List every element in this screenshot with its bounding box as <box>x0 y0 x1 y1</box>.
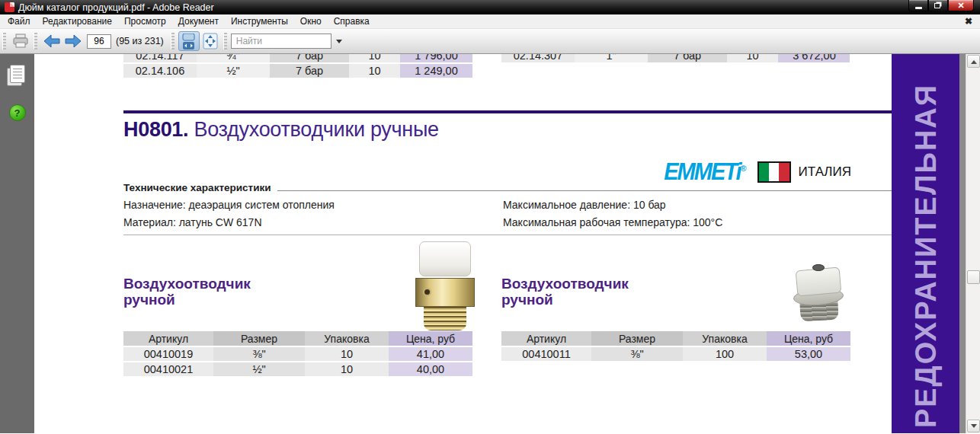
minimize-icon <box>915 7 922 9</box>
column-header: Артикул <box>501 331 591 346</box>
restore-button[interactable] <box>928 0 948 11</box>
product-image-air-vent-2 <box>789 264 848 322</box>
table-row: 02.14.3071"7 бар103 672,00 <box>501 54 850 63</box>
table-cell: 7 бар <box>270 63 349 78</box>
scrolling-mode-button[interactable] <box>178 31 200 51</box>
toolbar-grip <box>34 33 37 49</box>
table-row: 02.14.106½"7 бар101 249,00 <box>123 63 472 78</box>
table-cell: 00410019 <box>123 346 213 362</box>
table-cell: 10 <box>349 54 400 63</box>
arrow-down-icon <box>971 424 977 431</box>
close-icon: ✕ <box>957 2 964 10</box>
vertical-scrollbar[interactable] <box>966 54 980 433</box>
table-cell: 53,00 <box>767 346 850 362</box>
print-button[interactable] <box>10 31 31 51</box>
table-row: 00410021½"1040,00 <box>123 362 472 377</box>
menu-edit[interactable]: Редактирование <box>37 14 118 29</box>
column-header: Артикул <box>123 331 213 346</box>
specs-divider <box>123 235 892 235</box>
specs-heading: Технические характеристики <box>123 182 271 193</box>
table-cell: 10 <box>305 346 389 362</box>
product-price-table: АртикулРазмерУпаковкаЦена, руб00410011⅜"… <box>501 331 850 362</box>
scroll-down-button[interactable] <box>967 420 980 432</box>
help-icon[interactable]: ? <box>9 104 26 121</box>
window-controls: ✕ <box>908 0 974 11</box>
specs-rule <box>277 190 892 191</box>
window-title: Дюйм каталог продукций.pdf - Adobe Reade… <box>18 2 214 13</box>
table-cell: 10 <box>349 63 400 78</box>
product-title: Воздухоотводчик ручной <box>501 276 629 308</box>
price-table-partial-right: 02.14.3071"7 бар103 672,00 <box>501 54 850 66</box>
menu-view[interactable]: Просмотр <box>118 14 172 29</box>
pdf-file-icon <box>5 2 14 12</box>
table-row: 02.14.117¾"7 бар101 796,00 <box>123 54 472 63</box>
scrolling-page-icon <box>182 34 195 49</box>
scrollbar-thumb[interactable] <box>967 270 980 284</box>
menubar-close-icon[interactable]: ✖ <box>965 16 972 27</box>
pages-panel-icon[interactable] <box>10 65 25 83</box>
minimize-button[interactable] <box>908 0 928 11</box>
page-number-input[interactable] <box>87 34 111 49</box>
arrow-right-icon <box>65 34 82 48</box>
column-header: Цена, руб <box>389 331 472 346</box>
find-dropdown-icon[interactable] <box>336 40 342 46</box>
adobe-reader-window: Дюйм каталог продукций.pdf - Adobe Reade… <box>0 0 980 434</box>
table-cell: ¾" <box>197 54 270 63</box>
fit-page-icon <box>203 33 218 49</box>
italy-flag-icon <box>757 161 791 183</box>
table-row: 00410019⅜"1041,00 <box>123 346 472 362</box>
menu-document[interactable]: Документ <box>172 14 225 29</box>
menu-window[interactable]: Окно <box>294 14 328 29</box>
next-page-button[interactable] <box>62 31 84 51</box>
toolbar-grip <box>171 33 175 49</box>
table-cell: 41,00 <box>389 346 472 362</box>
table-cell: 1 796,00 <box>400 54 472 63</box>
table-cell: ½" <box>213 362 305 377</box>
column-header: Упаковка <box>683 331 767 346</box>
scroll-up-button[interactable] <box>967 55 980 68</box>
table-cell: 1 249,00 <box>400 63 472 78</box>
document-page: 02.14.117¾"7 бар101 796,0002.14.106½"7 б… <box>34 54 959 433</box>
table-row: 00410011⅜"10053,00 <box>501 346 850 362</box>
page-shadow <box>959 54 966 433</box>
table-header-row: АртикулРазмерУпаковкаЦена, руб <box>501 331 850 346</box>
page-count-label: (95 из 231) <box>116 36 164 46</box>
registered-mark: ® <box>740 163 746 173</box>
table-cell: ⅜" <box>591 346 683 362</box>
section-rule <box>123 110 892 113</box>
menu-tools[interactable]: Инструменты <box>225 14 294 29</box>
table-cell: 7 бар <box>648 54 727 63</box>
section-code: Н0801. <box>123 118 188 141</box>
fit-page-button[interactable] <box>200 31 221 51</box>
spec-material: Материал: латунь CW 617N <box>123 216 262 228</box>
toolbar-grip <box>2 33 6 49</box>
arrow-left-icon <box>43 34 60 48</box>
toolbar: (95 из 231) <box>0 29 980 54</box>
arrow-up-icon <box>971 57 977 64</box>
table-cell: 1" <box>575 54 648 63</box>
table-cell: 02.14.307 <box>501 54 575 63</box>
menu-file[interactable]: Файл <box>0 14 37 29</box>
table-cell: 3 672,00 <box>778 54 850 63</box>
menu-bar: Файл Редактирование Просмотр Документ Ин… <box>0 14 980 29</box>
table-cell: 10 <box>305 362 389 377</box>
column-header: Размер <box>213 331 305 346</box>
title-bar: Дюйм каталог продукций.pdf - Adobe Reade… <box>0 0 980 14</box>
close-button[interactable]: ✕ <box>948 0 974 11</box>
find-input[interactable] <box>231 34 331 49</box>
column-header: Цена, руб <box>767 331 850 346</box>
section-title: Воздухоотводчики ручные <box>194 118 438 141</box>
table-cell: 100 <box>683 346 767 362</box>
table-cell: 02.14.106 <box>123 63 197 78</box>
table-cell: 00410021 <box>123 362 213 377</box>
product-title: Воздухоотводчик ручной <box>123 276 251 308</box>
previous-page-button[interactable] <box>41 31 62 51</box>
product-price-table: АртикулРазмерУпаковкаЦена, руб00410019⅜"… <box>123 331 472 378</box>
product-image-air-vent-1 <box>415 241 475 330</box>
table-header-row: АртикулРазмерУпаковкаЦена, руб <box>123 331 472 346</box>
page-content: 02.14.117¾"7 бар101 796,0002.14.106½"7 б… <box>34 54 959 433</box>
menu-help[interactable]: Справка <box>328 14 376 29</box>
column-header: Упаковка <box>305 331 389 346</box>
chapter-tab-label: РЕДОХРАНИТЕЛЬНАЯ <box>892 54 959 433</box>
brand-row: EMMETi® ИТАЛИЯ <box>123 159 851 185</box>
